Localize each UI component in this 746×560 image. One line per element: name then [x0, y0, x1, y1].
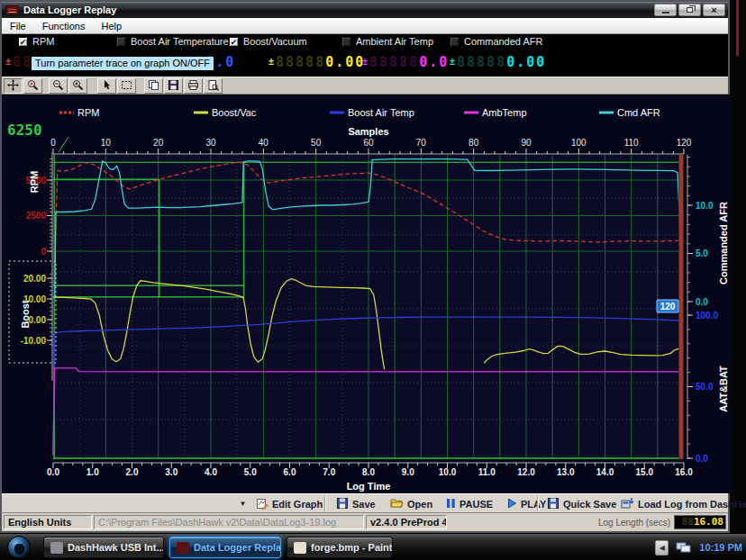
print-button[interactable]	[184, 78, 203, 94]
logtime-tick-label: 7.0	[323, 467, 335, 477]
plus-minus-icon: ±	[268, 57, 274, 67]
taskbar-app-icon	[294, 542, 306, 554]
rpm-tick-label: 2500	[26, 211, 47, 221]
save-button[interactable]	[164, 78, 183, 94]
parameter-toggle-commanded-afr: Commanded AFR	[450, 36, 542, 47]
logtime-tick-label: 13.0	[557, 467, 575, 477]
taskbar-button-forge-bmp-paint[interactable]: forge.bmp - Paint	[287, 537, 393, 558]
logtime-tick-label: 14.0	[596, 467, 614, 477]
tray-network-icon[interactable]	[676, 541, 692, 554]
menu-item-help[interactable]: Help	[93, 19, 130, 33]
cyan-parameter-display: ±888880.00	[450, 51, 546, 73]
lcd-value: 0.0	[419, 54, 449, 70]
lcd-dim-digits: 88888	[276, 54, 325, 70]
aat-tick-label: 100.0	[696, 311, 718, 321]
edit-graph-dropdown-button[interactable]: ▼	[237, 497, 249, 510]
parameter-toggle-rpm: ✔RPM	[18, 36, 54, 47]
plus-minus-icon: ±	[450, 57, 455, 67]
button-label: Edit Graph	[272, 499, 323, 510]
load-log-from-dashhawk-button[interactable]: Load Log from DashHawk	[616, 495, 730, 512]
save-button[interactable]: Save	[332, 495, 384, 512]
taskbar-button-dashhawk-usb-int-[interactable]: DashHawk USB Int...	[43, 537, 164, 558]
zoom-out-icon	[52, 78, 64, 95]
cursor-button[interactable]	[97, 78, 116, 94]
samples-tick-label: 30	[205, 138, 216, 148]
edit-graph-button[interactable]: Edit Graph	[251, 495, 323, 512]
checkbox-label: RPM	[32, 36, 54, 47]
logtime-tick-label: 3.0	[165, 467, 177, 477]
tray-collapse-button[interactable]: ◀	[655, 540, 669, 555]
aat-tick-label: 50.0	[696, 382, 714, 392]
logtime-tick-label: 1.0	[86, 467, 99, 477]
zoom-in-button[interactable]	[68, 78, 87, 94]
play-icon	[507, 498, 517, 510]
checkbox[interactable]: ✔	[18, 37, 28, 47]
start-button[interactable]	[7, 536, 31, 559]
pan-icon	[7, 78, 19, 95]
logtime-tick-label: 6.0	[284, 467, 296, 477]
pause-icon	[446, 498, 456, 510]
close-button[interactable]: ×	[703, 4, 725, 16]
playback-cursor-bar[interactable]	[679, 155, 684, 459]
logtime-tick-label: 10.0	[439, 467, 457, 477]
checkbox-label: Commanded AFR	[464, 36, 542, 47]
legend-label[interactable]: Boost Air Temp	[348, 107, 414, 118]
copy-button[interactable]	[144, 78, 163, 94]
checkbox[interactable]	[450, 37, 459, 47]
afr-tick-label: 10.0	[696, 201, 714, 211]
aat-tick-label: 0.0	[696, 454, 708, 464]
taskbar-button-data-logger-replay[interactable]: Data Logger Replay	[169, 537, 281, 558]
screen: Data Logger Replay × FileFunctionsHelp ✔…	[0, 0, 746, 560]
checkbox[interactable]: ✔	[229, 37, 239, 47]
taskbar-app-icon	[177, 542, 189, 554]
checkbox-label: Boost/Vacuum	[243, 36, 307, 47]
title-bar[interactable]: Data Logger Replay ×	[2, 2, 728, 18]
minimize-button[interactable]	[654, 4, 677, 16]
samples-tick-label: 0	[50, 138, 56, 148]
units-status: English Units	[4, 515, 92, 529]
toolbar-separator	[324, 496, 326, 511]
edit-icon	[256, 497, 268, 511]
app-icon	[5, 5, 19, 15]
button-label: PAUSE	[459, 499, 493, 510]
quick-save-button[interactable]: Quick Save	[542, 495, 614, 512]
bottom-toolbar: ▼Edit GraphSaveOpenPAUSEPLAYQuick SaveLo…	[2, 493, 728, 513]
lcd-dim-digits: 88888	[369, 54, 419, 70]
legend-label[interactable]: Cmd AFR	[617, 107, 660, 118]
log-length-display: 8816.08	[674, 515, 726, 529]
logtime-tick-label: 4.0	[205, 467, 217, 477]
lcd-readout-row: Turn parameter trace on graph ON/OFF ±88…	[2, 51, 728, 75]
menu-item-functions[interactable]: Functions	[34, 19, 94, 33]
load-icon	[621, 497, 634, 510]
lcd-value: 0.00	[325, 54, 365, 70]
select-region-button[interactable]	[117, 78, 136, 94]
graph-canvas[interactable]: 1200102030405060708090100110120Samples0.…	[2, 95, 732, 493]
pause-button[interactable]: PAUSE	[441, 495, 501, 512]
print-preview-button[interactable]	[204, 78, 223, 94]
cursor-value-label: 6250	[7, 122, 42, 139]
menu-item-file[interactable]: File	[2, 19, 34, 33]
lcd-dim-digits: 88888	[457, 54, 506, 70]
pan-button[interactable]	[4, 78, 23, 94]
close-icon: ×	[711, 5, 716, 15]
boost-tick-label: 20.00	[23, 274, 46, 284]
legend-label[interactable]: RPM	[77, 107, 99, 118]
legend-label[interactable]: AmbTemp	[482, 107, 527, 118]
save-icon	[336, 497, 349, 511]
legend-label[interactable]: Boost/Vac	[212, 107, 257, 118]
logtime-tick-label: 16.0	[675, 467, 693, 477]
zoom-window-button[interactable]	[23, 78, 42, 94]
taskbar-clock[interactable]: 10:19 PM	[699, 542, 742, 553]
checkbox[interactable]	[341, 37, 351, 47]
button-label: Load Log from DashHawk	[638, 499, 746, 510]
logtime-tick-label: 5.0	[244, 467, 257, 477]
afr-tick-label: 5.0	[696, 248, 708, 258]
samples-tick-label: 110	[624, 138, 639, 148]
graph-toolbar	[2, 77, 728, 95]
aat-axis-title: AAT&BAT	[718, 366, 729, 412]
open-button[interactable]: Open	[386, 495, 440, 512]
zoom-out-button[interactable]	[49, 78, 68, 94]
plus-minus-icon: ±	[362, 57, 368, 67]
checkbox[interactable]	[116, 37, 126, 47]
restore-button[interactable]	[678, 4, 701, 16]
